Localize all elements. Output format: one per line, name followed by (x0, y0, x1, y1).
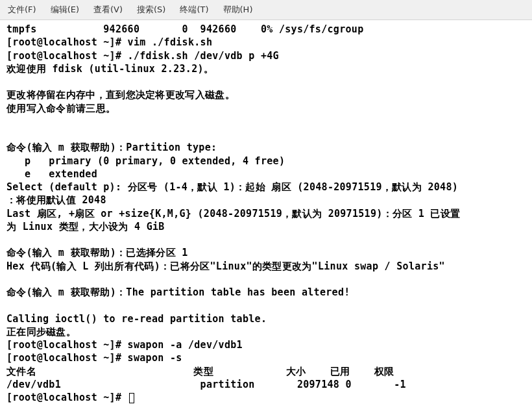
terminal-line: ：将使用默认值 2048 (6, 194, 526, 207)
menu-file[interactable]: 文件(F) (5, 3, 39, 17)
terminal-cursor (129, 393, 134, 403)
terminal-line: p primary (0 primary, 0 extended, 4 free… (6, 155, 526, 168)
terminal-line: Hex 代码(输入 L 列出所有代码)：已将分区"Linux"的类型更改为"Li… (6, 260, 526, 273)
menu-edit[interactable]: 编辑(E) (48, 3, 82, 17)
terminal-line: 正在同步磁盘。 (6, 325, 526, 338)
terminal-line: Select (default p): 分区号 (1-4，默认 1)：起始 扇区… (6, 181, 526, 194)
terminal-line: 命令(输入 m 获取帮助)：The partition table has be… (6, 286, 526, 299)
terminal-line: e extended (6, 168, 526, 181)
menu-terminal[interactable]: 终端(T) (177, 3, 211, 17)
terminal-line: [root@localhost ~]# ./fdisk.sh /dev/vdb … (6, 49, 526, 62)
terminal-line: [root@localhost ~]# vim ./fdisk.sh (6, 36, 526, 49)
terminal-line (6, 233, 526, 246)
terminal-line: 欢迎使用 fdisk (util-linux 2.23.2)。 (6, 62, 526, 75)
terminal-line: 为 Linux 类型，大小设为 4 GiB (6, 220, 526, 233)
terminal-line: 文件名 类型 大小 已用 权限 (6, 365, 526, 378)
terminal-line: Calling ioctl() to re-read partition tab… (6, 312, 526, 325)
terminal-line (6, 115, 526, 128)
terminal-line: tmpfs 942660 0 942660 0% /sys/fs/cgroup (6, 23, 526, 36)
terminal-line: [root@localhost ~]# swapon -s (6, 351, 526, 364)
menu-view[interactable]: 查看(V) (91, 3, 125, 17)
terminal-line: 使用写入命令前请三思。 (6, 102, 526, 115)
terminal-line (6, 128, 526, 141)
terminal-line: 命令(输入 m 获取帮助)：Partition type: (6, 141, 526, 154)
terminal-prompt-line[interactable]: [root@localhost ~]# (6, 391, 526, 404)
terminal-line: 命令(输入 m 获取帮助)：已选择分区 1 (6, 246, 526, 259)
terminal-line (6, 299, 526, 312)
menu-search[interactable]: 搜索(S) (134, 3, 168, 17)
terminal-line: 更改将停留在内存中，直到您决定将更改写入磁盘。 (6, 88, 526, 101)
terminal-output[interactable]: tmpfs 942660 0 942660 0% /sys/fs/cgroup[… (0, 20, 532, 407)
terminal-line: /dev/vdb1 partition 2097148 0 -1 (6, 378, 526, 391)
terminal-line: Last 扇区, +扇区 or +size{K,M,G} (2048-20971… (6, 207, 526, 220)
terminal-line (6, 273, 526, 286)
menubar: 文件(F) 编辑(E) 查看(V) 搜索(S) 终端(T) 帮助(H) (0, 0, 532, 20)
terminal-prompt: [root@localhost ~]# (6, 392, 128, 403)
menu-help[interactable]: 帮助(H) (221, 3, 256, 17)
terminal-line: [root@localhost ~]# swapon -a /dev/vdb1 (6, 338, 526, 351)
terminal-line (6, 75, 526, 88)
